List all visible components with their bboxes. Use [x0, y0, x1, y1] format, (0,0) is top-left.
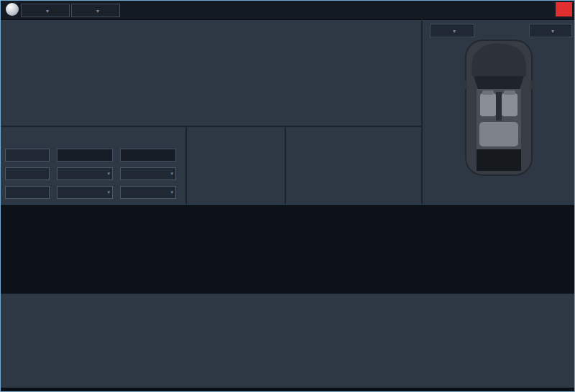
eq-graph [1, 204, 575, 294]
lowpass-type-dropdown[interactable]: ▾ [120, 167, 176, 180]
title-bar: ▾ ▾ [1, 1, 574, 20]
bottom-strip [1, 388, 574, 391]
close-button[interactable] [556, 2, 572, 17]
lowpass-freq-value[interactable] [120, 149, 176, 162]
delay-panel: ▾ ▾ [421, 19, 574, 204]
minimize-button[interactable] [533, 4, 546, 15]
divider [285, 127, 286, 204]
divider [185, 127, 187, 204]
chevron-down-icon: ▾ [453, 28, 456, 34]
chevron-down-icon: ▾ [551, 28, 554, 34]
menu-connect[interactable]: ▾ [21, 4, 70, 17]
parametric-eq-button[interactable] [5, 186, 50, 199]
chevron-down-icon: ▾ [107, 168, 110, 179]
highpass-freq-value[interactable] [57, 149, 113, 162]
chevron-down-icon: ▾ [96, 8, 99, 14]
app-window: ▾ ▾ ▾ ▾ ▾ ▾ [0, 0, 575, 392]
car-top-view [462, 39, 535, 177]
chevron-down-icon: ▾ [170, 187, 173, 197]
reset-eq-button[interactable] [5, 149, 50, 162]
lowpass-slope-dropdown[interactable]: ▾ [120, 186, 176, 199]
menu-options[interactable]: ▾ [71, 4, 120, 17]
highpass-type-dropdown[interactable]: ▾ [57, 167, 113, 180]
app-logo-icon [6, 3, 19, 16]
delay-menu[interactable]: ▾ [430, 24, 474, 37]
divider [1, 126, 421, 127]
chevron-down-icon: ▾ [46, 8, 49, 14]
chevron-down-icon: ▾ [170, 168, 173, 179]
bypass-eq-button[interactable] [5, 167, 50, 180]
chevron-down-icon: ▾ [107, 187, 110, 197]
unit-dropdown[interactable]: ▾ [529, 24, 572, 37]
highpass-slope-dropdown[interactable]: ▾ [57, 186, 113, 199]
